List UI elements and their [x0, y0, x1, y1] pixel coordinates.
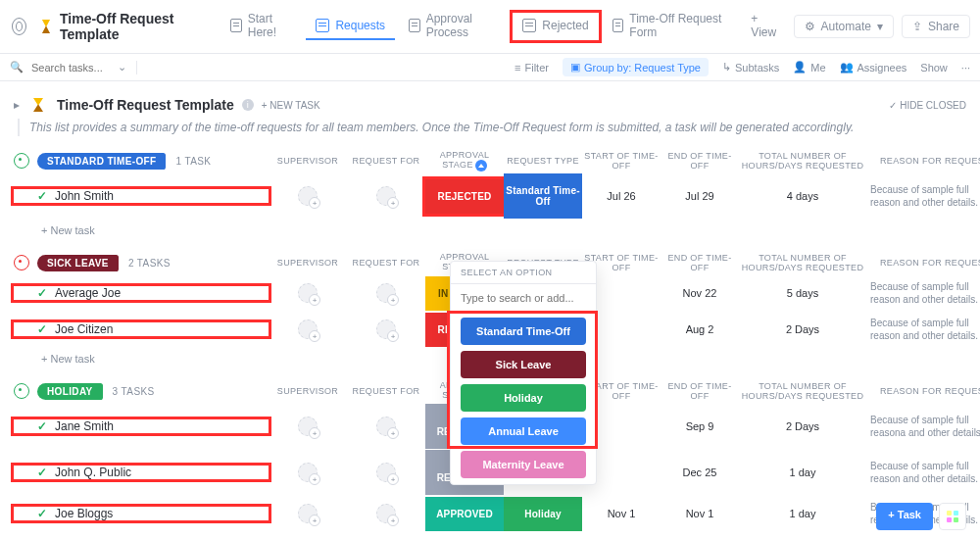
new-task-fab[interactable]: + Task [876, 503, 933, 530]
status-check-icon: ✓ [37, 286, 47, 300]
share-button[interactable]: ⇪Share [902, 15, 970, 38]
request-for-avatar[interactable] [376, 463, 396, 482]
total-cell[interactable]: 1 day [739, 466, 866, 478]
column-header[interactable]: REQUEST TYPE [504, 156, 582, 166]
end-date-cell[interactable]: Nov 1 [661, 508, 739, 519]
column-header[interactable]: TOTAL NUMBER OF HOURS/DAYS REQUESTED [739, 151, 866, 171]
end-date-cell[interactable]: Aug 2 [661, 323, 739, 335]
info-icon[interactable]: i [242, 99, 254, 111]
request-for-avatar[interactable] [376, 186, 396, 206]
dropdown-option[interactable]: Standard Time-Off [461, 318, 586, 345]
tab-request-form[interactable]: Time-Off Request Form [603, 6, 738, 47]
column-header[interactable]: SUPERVISOR [269, 156, 347, 166]
request-for-avatar[interactable] [376, 283, 396, 303]
dropdown-option[interactable]: Holiday [461, 384, 586, 412]
tab-start-here[interactable]: Start Here! [220, 6, 302, 47]
total-cell[interactable]: 1 day [739, 508, 866, 519]
end-date-cell[interactable]: Nov 22 [661, 287, 739, 299]
approval-stage-cell[interactable]: REJECTED [425, 179, 504, 214]
reason-cell[interactable]: Because of sample full reason and other … [866, 280, 980, 306]
end-date-cell[interactable]: Sep 9 [661, 420, 739, 432]
hide-closed-toggle[interactable]: ✓ HIDE CLOSED [889, 100, 966, 111]
group-label[interactable]: Standard Time-Off [37, 153, 166, 170]
tab-rejected[interactable]: Rejected [513, 13, 598, 40]
column-header[interactable]: REQUEST FOR [347, 156, 425, 166]
total-cell[interactable]: 2 Days [739, 323, 866, 335]
supervisor-avatar[interactable] [298, 319, 318, 339]
column-header[interactable]: REASON FOR REQUEST [866, 386, 980, 396]
request-type-cell[interactable]: Holiday [504, 497, 582, 531]
apps-button[interactable] [939, 503, 966, 530]
task-name-cell[interactable]: ✓John Q. Public [14, 466, 269, 479]
dropdown-option[interactable]: Sick Leave [461, 351, 586, 378]
dropdown-option[interactable]: Annual Leave [461, 417, 586, 445]
supervisor-avatar[interactable] [298, 283, 318, 303]
request-for-avatar[interactable] [376, 504, 396, 523]
settings-icon[interactable] [12, 18, 26, 35]
group-toggle-icon[interactable] [14, 153, 29, 169]
tab-label: Rejected [542, 19, 588, 32]
column-header[interactable]: APPROVAL STAGE [425, 150, 504, 172]
groupby-chip[interactable]: ▣Group by: Request Type [563, 58, 709, 76]
supervisor-avatar[interactable] [298, 463, 318, 482]
request-for-avatar[interactable] [376, 417, 396, 436]
task-name-cell[interactable]: ✓Average Joe [14, 286, 269, 300]
new-task-button[interactable]: + New task [14, 219, 966, 238]
column-header[interactable]: TOTAL NUMBER OF HOURS/DAYS REQUESTED [739, 253, 866, 272]
task-name-cell[interactable]: ✓Jane Smith [14, 419, 269, 433]
group-label[interactable]: Sick Leave [37, 255, 119, 271]
search-input[interactable] [29, 61, 112, 74]
reason-cell[interactable]: Because of sample full reason and other … [866, 317, 980, 342]
supervisor-avatar[interactable] [298, 504, 318, 523]
subtasks-button[interactable]: ↳Subtasks [722, 61, 779, 74]
sort-icon[interactable] [475, 160, 487, 172]
dropdown-search-input[interactable] [451, 284, 597, 312]
assignees-button[interactable]: 👥Assignees [840, 61, 907, 74]
reason-cell[interactable]: Because of sample full reasona and other… [866, 414, 980, 439]
request-for-avatar[interactable] [376, 319, 396, 339]
column-header[interactable]: REASON FOR REQUEST [866, 156, 980, 166]
column-header[interactable]: SUPERVISOR [269, 258, 347, 268]
column-header[interactable]: REQUEST FOR [347, 386, 425, 396]
group-toggle-icon[interactable] [14, 255, 29, 270]
dropdown-option[interactable]: Maternity Leave [461, 451, 586, 478]
column-header[interactable]: REASON FOR REQUEST [866, 258, 980, 268]
tab-approval-process[interactable]: Approval Process [399, 6, 509, 47]
task-name-cell[interactable]: ✓Joe Bloggs [14, 507, 269, 520]
supervisor-avatar[interactable] [298, 417, 318, 436]
more-button[interactable]: ··· [961, 62, 970, 74]
me-button[interactable]: 👤Me [793, 61, 825, 74]
column-header[interactable]: END OF TIME-OFF [661, 381, 739, 401]
total-cell[interactable]: 5 days [739, 287, 866, 299]
total-cell[interactable]: 4 days [739, 190, 866, 202]
filter-button[interactable]: ≡Filter [514, 62, 549, 74]
search-box[interactable]: 🔍 ⌄ [10, 61, 137, 74]
task-name-cell[interactable]: ✓Joe Citizen [14, 322, 269, 336]
collapse-icon[interactable]: ▸ [14, 98, 20, 112]
column-header[interactable]: TOTAL NUMBER OF HOURS/DAYS REQUESTED [739, 381, 866, 401]
show-button[interactable]: Show [920, 62, 948, 74]
end-date-cell[interactable]: Jul 29 [661, 190, 739, 202]
add-view[interactable]: + View [741, 6, 789, 47]
reason-cell[interactable]: Because of sample full reason and other … [866, 460, 980, 485]
column-header[interactable]: START OF TIME-OFF [582, 151, 661, 171]
new-task-header[interactable]: + NEW TASK [262, 100, 320, 111]
group-label[interactable]: Holiday [37, 383, 103, 400]
approval-stage-cell[interactable]: APPROVED [425, 497, 504, 531]
start-date-cell[interactable]: Nov 1 [582, 508, 661, 519]
reason-cell[interactable]: Because of sample full reason and other … [866, 183, 980, 209]
column-header[interactable]: END OF TIME-OFF [661, 151, 739, 171]
automate-button[interactable]: ⚙Automate▾ [794, 15, 894, 38]
end-date-cell[interactable]: Dec 25 [661, 466, 739, 478]
start-date-cell[interactable]: Jul 26 [582, 190, 661, 202]
request-type-cell[interactable]: Standard Time-Off [504, 173, 582, 219]
tab-requests[interactable]: Requests [306, 13, 395, 40]
column-header[interactable]: SUPERVISOR [269, 386, 347, 396]
column-header[interactable]: REQUEST FOR [347, 258, 425, 268]
task-name-cell[interactable]: ✓John Smith [14, 189, 269, 203]
group-toggle-icon[interactable] [14, 383, 29, 399]
chevron-down-icon[interactable]: ⌄ [118, 61, 126, 74]
supervisor-avatar[interactable] [298, 186, 318, 206]
total-cell[interactable]: 2 Days [739, 420, 866, 432]
column-header[interactable]: END OF TIME-OFF [661, 253, 739, 272]
